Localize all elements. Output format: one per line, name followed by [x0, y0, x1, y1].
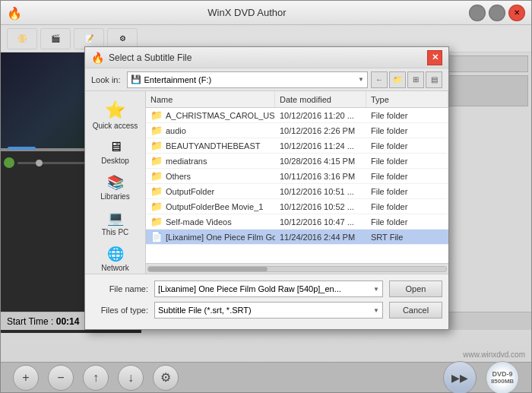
- view-button[interactable]: ⊞: [407, 71, 424, 88]
- file-type-cell: File folder: [366, 184, 448, 198]
- table-row[interactable]: 📁 OutputFolder 10/12/2016 10:51 ... File…: [146, 184, 448, 199]
- file-type-icon: 📁: [150, 216, 163, 227]
- file-type-icon: 📁: [150, 125, 163, 136]
- horizontal-scrollbar[interactable]: [146, 263, 448, 274]
- tools-button[interactable]: ▤: [426, 71, 442, 88]
- file-type-cell: File folder: [366, 169, 448, 183]
- file-name-cell: 📁 OutputFolder: [146, 184, 275, 198]
- sidebar-item-quick-access[interactable]: ⭐ Quick access: [89, 97, 142, 133]
- file-date-cell: 10/12/2016 10:47 ...: [275, 214, 366, 229]
- file-date-cell: 10/12/2016 11:20 ...: [275, 108, 366, 122]
- file-type-icon: 📄: [150, 231, 163, 242]
- file-date-cell: 10/12/2016 11:24 ...: [275, 138, 366, 153]
- this-pc-icon: 💻: [107, 210, 124, 227]
- libraries-icon: 📚: [107, 174, 124, 191]
- scrollbar-track[interactable]: [147, 266, 447, 272]
- file-type-icon: 📁: [150, 201, 163, 212]
- file-type-icon: 📁: [150, 170, 163, 182]
- file-type-icon: 📁: [150, 185, 163, 197]
- sidebar-item-this-pc[interactable]: 💻 This PC: [89, 207, 142, 239]
- file-date-cell: 10/12/2016 10:51 ...: [275, 184, 366, 198]
- table-row[interactable]: 📁 OutputFolderBee Movie_1 10/12/2016 10:…: [146, 199, 448, 214]
- network-icon: 🌐: [107, 246, 124, 262]
- main-window: 🔥 WinX DVD Author ✕ 📀 🎬 📝 ⚙: [0, 0, 532, 393]
- col-type[interactable]: Type: [366, 91, 448, 107]
- file-name-row: File name: [Lixanime] One Piece Film Gol…: [91, 280, 442, 297]
- file-type-icon: 📁: [150, 155, 163, 166]
- file-name-cell: 📁 audio: [146, 123, 275, 138]
- dialog-toolbar: Look in: 💾 Entertainment (F:) ← 📁 ⊞ ▤: [85, 68, 448, 91]
- files-of-type-dropdown[interactable]: Subtitle File (*.srt, *.SRT): [154, 302, 383, 319]
- table-row[interactable]: 📁 mediatrans 10/28/2016 4:15 PM File fol…: [146, 154, 448, 169]
- select-subtitle-dialog: 🔥 Select a Subtitle File ✕ Look in: 💾 En…: [84, 46, 449, 330]
- file-name-label: File name:: [91, 284, 148, 293]
- col-date[interactable]: Date modified: [275, 91, 366, 107]
- file-name-cell: 📁 Others: [146, 169, 275, 183]
- file-list-header: Name Date modified Type: [146, 91, 448, 108]
- file-name-input[interactable]: [Lixanime] One Piece Film Gold Raw [540p…: [154, 280, 383, 297]
- file-name-cell: 📁 A_CHRISTMAS_CAROL_USA_NEW: [146, 108, 275, 122]
- back-button[interactable]: ←: [371, 71, 388, 88]
- col-name[interactable]: Name: [146, 91, 275, 107]
- scrollbar-thumb[interactable]: [148, 267, 268, 271]
- files-of-type-row: Files of type: Subtitle File (*.srt, *.S…: [91, 302, 442, 319]
- file-date-cell: 11/24/2016 2:44 PM: [275, 230, 366, 244]
- quick-access-icon: ⭐: [105, 100, 125, 120]
- dialog-sidebar: ⭐ Quick access 🖥 Desktop 📚 Libraries 💻 T…: [85, 91, 146, 274]
- file-type-cell: File folder: [366, 199, 448, 214]
- dialog-overlay: 🔥 Select a Subtitle File ✕ Look in: 💾 En…: [1, 1, 531, 392]
- file-name-cell: 📁 OutputFolderBee Movie_1: [146, 199, 275, 214]
- file-type-cell: File folder: [366, 108, 448, 122]
- cancel-button[interactable]: Cancel: [389, 302, 442, 319]
- table-row[interactable]: 📁 audio 10/12/2016 2:26 PM File folder: [146, 123, 448, 138]
- file-type-cell: File folder: [366, 154, 448, 168]
- file-type-cell: File folder: [366, 123, 448, 138]
- file-date-cell: 10/12/2016 10:52 ...: [275, 199, 366, 214]
- sidebar-item-desktop[interactable]: 🖥 Desktop: [89, 136, 142, 168]
- table-row[interactable]: 📁 Self-made Videos 10/12/2016 10:47 ... …: [146, 214, 448, 230]
- file-date-cell: 10/12/2016 2:26 PM: [275, 123, 366, 138]
- file-type-cell: File folder: [366, 214, 448, 229]
- files-of-type-label: Files of type:: [91, 306, 148, 315]
- file-type-icon: 📁: [150, 140, 163, 151]
- open-button[interactable]: Open: [389, 280, 442, 297]
- dialog-bottom: File name: [Lixanime] One Piece Film Gol…: [85, 274, 448, 329]
- sidebar-item-libraries[interactable]: 📚 Libraries: [89, 171, 142, 204]
- dialog-file-area: ⭐ Quick access 🖥 Desktop 📚 Libraries 💻 T…: [85, 91, 448, 274]
- nav-buttons: ← 📁 ⊞ ▤: [371, 71, 442, 88]
- file-type-cell: SRT File: [366, 230, 448, 244]
- file-type-cell: File folder: [366, 138, 448, 153]
- file-type-icon: 📁: [150, 109, 163, 121]
- dialog-close-button[interactable]: ✕: [427, 50, 442, 65]
- file-name-cell: 📁 mediatrans: [146, 154, 275, 168]
- file-name-cell: 📄 [Lixanime] One Piece Film Gold Raw [54…: [146, 230, 275, 244]
- dialog-title: Select a Subtitle File: [109, 52, 427, 63]
- file-date-cell: 10/11/2016 3:16 PM: [275, 169, 366, 183]
- table-row[interactable]: 📁 A_CHRISTMAS_CAROL_USA_NEW 10/12/2016 1…: [146, 108, 448, 123]
- look-in-label: Look in:: [91, 75, 121, 84]
- desktop-icon: 🖥: [109, 139, 122, 155]
- file-list-container: Name Date modified Type 📁 A_CHRISTMAS_CA…: [146, 91, 448, 274]
- file-date-cell: 10/28/2016 4:15 PM: [275, 154, 366, 168]
- dialog-title-bar: 🔥 Select a Subtitle File ✕: [85, 47, 448, 68]
- sidebar-item-network[interactable]: 🌐 Network: [89, 242, 142, 275]
- file-list[interactable]: Name Date modified Type 📁 A_CHRISTMAS_CA…: [146, 91, 448, 263]
- file-name-cell: 📁 Self-made Videos: [146, 214, 275, 229]
- table-row[interactable]: 📄 [Lixanime] One Piece Film Gold Raw [54…: [146, 230, 448, 245]
- file-name-cell: 📁 BEAUTYANDTHEBEAST: [146, 138, 275, 153]
- file-rows: 📁 A_CHRISTMAS_CAROL_USA_NEW 10/12/2016 1…: [146, 108, 448, 245]
- look-in-dropdown[interactable]: 💾 Entertainment (F:): [127, 71, 368, 88]
- dialog-icon: 🔥: [91, 52, 104, 64]
- table-row[interactable]: 📁 Others 10/11/2016 3:16 PM File folder: [146, 169, 448, 184]
- table-row[interactable]: 📁 BEAUTYANDTHEBEAST 10/12/2016 11:24 ...…: [146, 138, 448, 154]
- new-folder-button[interactable]: 📁: [389, 71, 406, 88]
